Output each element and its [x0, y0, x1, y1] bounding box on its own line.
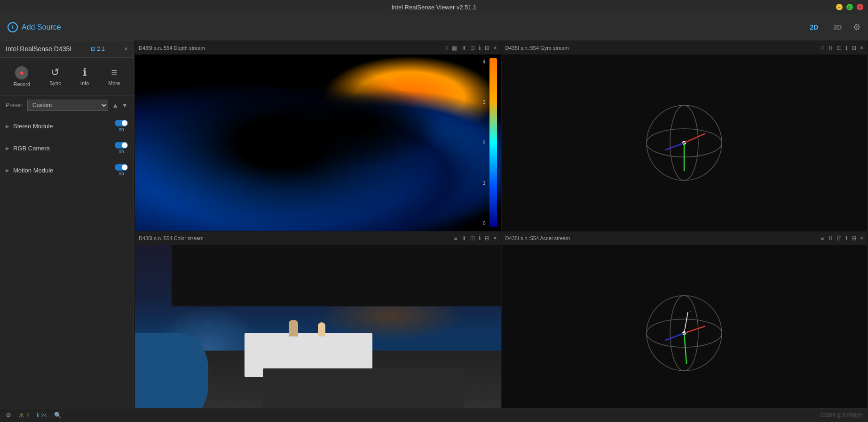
depth-stream-title: D435I s.n.:554 Depth stream	[139, 45, 205, 51]
depth-list-btn[interactable]: ≡	[445, 45, 448, 51]
depth-visualization: 4 3 2 1 0	[135, 55, 501, 231]
color-info-btn[interactable]: ℹ	[479, 235, 481, 242]
preset-select[interactable]: Custom Default Hand HighAccuracy HighDen…	[27, 100, 108, 111]
2d-mode-button[interactable]: 2D	[806, 22, 822, 33]
depth-chart-btn[interactable]: ▦	[452, 45, 457, 51]
stereo-module-row[interactable]: ▶ Stereo Module on	[0, 115, 134, 137]
motion-module-label: Motion Module	[13, 167, 53, 174]
accel-stream-controls: ≡ ⏸ ⊡ ℹ ⊟ ×	[821, 235, 863, 242]
viewer-top-bar: 2D 3D ⚙	[134, 14, 868, 40]
record-button[interactable]: ● Record	[9, 63, 35, 90]
gyro-pause-btn[interactable]: ⏸	[828, 45, 833, 51]
svg-line-5	[665, 143, 684, 150]
sync-button[interactable]: ↺ Sync	[45, 63, 65, 90]
sync-icon: ↺	[51, 66, 59, 78]
color-pause-btn[interactable]: ⏸	[461, 235, 466, 242]
accel-close-btn[interactable]: ×	[860, 235, 863, 242]
app-body: Intel RealSense D435I ⊟ 2.1 × ● Record ↺…	[0, 40, 868, 422]
search-status[interactable]: 🔍	[54, 412, 62, 419]
colorbar-labels: 4 3 2 1 0	[483, 59, 486, 226]
motion-toggle[interactable]: on	[115, 164, 128, 176]
info-button[interactable]: ℹ Info	[76, 63, 94, 90]
title-bar: Intel RealSense Viewer v2.51.1 − □ ×	[0, 0, 868, 14]
color-close-btn[interactable]: ×	[493, 235, 497, 242]
accel-info-btn[interactable]: ℹ	[845, 235, 848, 242]
depth-stream-controls: ≡ ▦ ⏸ ⊡ ℹ ⊟ ×	[445, 45, 497, 51]
preset-icons: ▲ ▼	[112, 102, 128, 109]
gyro-info-btn[interactable]: ℹ	[845, 45, 848, 51]
record-icon: ●	[15, 66, 28, 79]
accel-camera-btn[interactable]: ⊡	[837, 235, 842, 242]
status-info-icon: ℹ	[37, 412, 39, 419]
depth-colorbar	[489, 58, 497, 227]
info-status: ℹ 24	[37, 412, 47, 419]
depth-window-btn[interactable]: ⊟	[485, 45, 489, 51]
more-label: More	[108, 80, 120, 86]
depth-close-btn[interactable]: ×	[493, 45, 497, 51]
accel-visualization: ↑	[502, 245, 868, 421]
accel-list-btn[interactable]: ≡	[821, 235, 824, 242]
svg-line-4	[684, 133, 705, 143]
gyro-list-btn[interactable]: ≡	[821, 45, 824, 51]
svg-text:↑: ↑	[690, 310, 692, 314]
close-device-button[interactable]: ×	[124, 45, 128, 53]
add-source-label: Add Source	[22, 23, 61, 31]
stereo-toggle-thumb	[122, 120, 127, 126]
color-window-btn[interactable]: ⊟	[485, 235, 489, 242]
stereo-module-label: Stereo Module	[13, 123, 53, 130]
close-button[interactable]: ×	[857, 4, 863, 10]
status-bar: ⚙ ⚠ 2 ℹ 24 🔍 CSDN @云端舞步	[0, 408, 868, 422]
plus-icon: +	[8, 22, 18, 32]
accel-stream-header: D435I s.n.:554 Accel stream ≡ ⏸ ⊡ ℹ ⊟ ×	[502, 232, 868, 245]
depth-camera-btn[interactable]: ⊡	[470, 45, 475, 51]
rgb-camera-row[interactable]: ▶ RGB Camera on	[0, 137, 134, 159]
figurine-2	[318, 322, 325, 336]
info-count: 24	[41, 413, 47, 418]
stereo-toggle[interactable]: on	[115, 120, 128, 132]
preset-upload-icon[interactable]: ▲	[112, 102, 118, 109]
gyro-camera-btn[interactable]: ⊡	[837, 45, 842, 51]
3d-mode-button[interactable]: 3D	[829, 22, 845, 33]
color-camera-btn[interactable]: ⊡	[470, 235, 475, 242]
rgb-toggle-label: on	[118, 149, 124, 154]
info-label: Info	[80, 80, 89, 86]
depth-pause-btn[interactable]: ⏸	[461, 45, 466, 51]
rgb-camera-label: RGB Camera	[13, 145, 50, 152]
color-stream-panel: D435I s.n.:554 Color stream ≡ ⏸ ⊡ ℹ ⊟ ×	[135, 232, 501, 421]
add-source-button[interactable]: + Add Source	[8, 22, 61, 32]
maximize-button[interactable]: □	[846, 4, 853, 10]
gyro-window-btn[interactable]: ⊟	[852, 45, 856, 51]
color-stream-controls: ≡ ⏸ ⊡ ℹ ⊟ ×	[454, 235, 497, 242]
colorbar-label-3: 3	[483, 100, 486, 105]
window-controls: − □ ×	[836, 4, 863, 10]
rgb-toggle[interactable]: on	[115, 142, 128, 154]
watermark: CSDN @云端舞步	[821, 412, 862, 419]
preset-download-icon[interactable]: ▼	[121, 102, 128, 109]
color-stream-title: D435I s.n.:554 Color stream	[139, 235, 204, 241]
depth-info-btn[interactable]: ℹ	[479, 45, 481, 51]
settings-status[interactable]: ⚙	[6, 412, 11, 419]
motion-module-row[interactable]: ▶ Motion Module on	[0, 159, 134, 181]
rgb-camera-left: ▶ RGB Camera	[6, 145, 50, 152]
accel-sphere: ↑	[637, 286, 731, 380]
preset-row: Preset: Custom Default Hand HighAccuracy…	[0, 96, 134, 115]
gyro-stream-header: D435I s.n.:554 Gyro stream ≡ ⏸ ⊡ ℹ ⊟ ×	[502, 41, 868, 55]
colorbar-label-0: 0	[483, 221, 486, 226]
accel-window-btn[interactable]: ⊟	[852, 235, 856, 242]
device-usb: ⊟ 2.1	[91, 46, 105, 52]
settings-icon[interactable]: ⚙	[853, 22, 860, 32]
gyro-close-btn[interactable]: ×	[860, 45, 863, 51]
top-wrapper: + Add Source 2D 3D ⚙	[0, 14, 868, 40]
gyro-stream-panel: D435I s.n.:554 Gyro stream ≡ ⏸ ⊡ ℹ ⊟ ×	[502, 41, 868, 231]
warning-status: ⚠ 2	[19, 412, 29, 419]
gyro-visualization	[502, 55, 868, 231]
color-list-btn[interactable]: ≡	[454, 235, 457, 242]
accel-stream-title: D435I s.n.:554 Accel stream	[505, 235, 570, 241]
viewer-area: D435I s.n.:554 Depth stream ≡ ▦ ⏸ ⊡ ℹ ⊟ …	[134, 40, 868, 422]
motion-toggle-track	[115, 164, 128, 171]
accel-pause-btn[interactable]: ⏸	[828, 235, 833, 242]
more-button[interactable]: ≡ More	[103, 63, 125, 90]
motion-toggle-label: on	[118, 171, 124, 176]
preset-label: Preset:	[6, 102, 24, 109]
minimize-button[interactable]: −	[836, 4, 843, 10]
